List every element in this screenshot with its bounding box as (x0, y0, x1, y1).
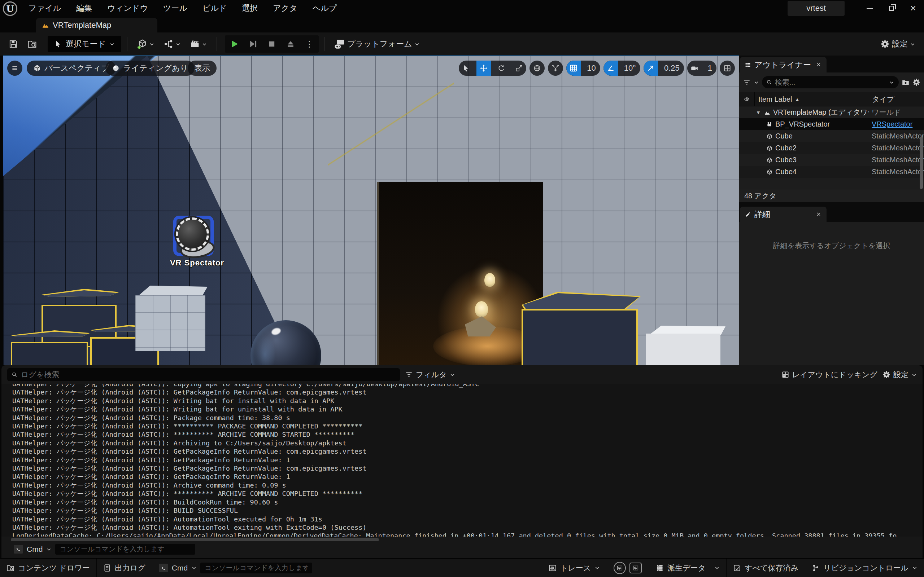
menu-edit[interactable]: 編集 (69, 0, 100, 17)
move-tool-button[interactable] (477, 61, 491, 76)
outliner-row-cube2[interactable]: Cube2 StaticMeshActor (739, 142, 924, 154)
outliner-row-world[interactable]: ▼ VRTemplateMap (エディタワールド) ワールド (739, 106, 924, 118)
settings-label: 設定 (892, 39, 908, 49)
server-icon (656, 564, 664, 572)
editor-mode-select[interactable]: 選択モード (48, 36, 121, 52)
select-tool-button[interactable] (459, 61, 473, 76)
terminal-icon (159, 564, 168, 572)
camera-speed-value[interactable]: 1 (705, 63, 716, 73)
chevron-down-icon[interactable] (889, 80, 894, 85)
outliner-search[interactable] (762, 76, 899, 89)
log-settings-button[interactable]: 設定 (882, 370, 917, 380)
perspective-button[interactable]: パースペクティブ (27, 61, 116, 76)
outliner-scrollbar[interactable] (920, 137, 923, 189)
close-icon[interactable] (816, 210, 822, 219)
cmd-dropdown[interactable]: Cmd (27, 545, 43, 554)
surface-snapping-button[interactable] (548, 61, 563, 76)
menu-help[interactable]: ヘルプ (305, 0, 345, 17)
stop-button[interactable] (262, 35, 281, 53)
gear-icon[interactable] (913, 78, 921, 86)
status-console-command-input[interactable] (200, 562, 312, 574)
selected-cube[interactable] (522, 292, 641, 365)
insights-icon[interactable] (614, 562, 626, 574)
chevron-down-icon[interactable] (754, 80, 759, 85)
content-drawer-button[interactable]: コンテンツ ドロワー (0, 559, 97, 577)
rotation-snap-value[interactable]: 10° (621, 63, 640, 73)
column-type[interactable]: タイプ (869, 92, 924, 106)
log-line: UATHelper: パッケージ化 (Android (ASTC)): ****… (12, 489, 922, 498)
frame-skip-button[interactable] (244, 35, 262, 53)
log-search[interactable] (7, 368, 400, 381)
unreal-logo-icon[interactable]: U (3, 2, 17, 16)
white-cube[interactable] (646, 326, 725, 365)
outliner-row-cube4[interactable]: Cube4 StaticMeshActor (739, 166, 924, 178)
revision-control-button[interactable]: リビジョンコントロール (805, 559, 924, 577)
menu-actor[interactable]: アクタ (265, 0, 305, 17)
sort-caret-icon: ▲ (795, 97, 800, 102)
outliner-row-bp-vrspectator[interactable]: BP_VRSpectator VRSpectator (739, 118, 924, 130)
create-folder-icon[interactable] (901, 78, 909, 86)
outliner-search-input[interactable] (775, 78, 886, 87)
outliner-row-cube[interactable]: Cube StaticMeshActor (739, 130, 924, 142)
tab-vrtemplatemap[interactable]: VRTemplateMap (36, 18, 157, 32)
level-viewport[interactable]: VR Spectator パースペクティブ ライティングあり 表示 (3, 56, 739, 365)
eject-button[interactable] (281, 35, 300, 53)
column-item-label[interactable]: Item Label ▲ (754, 92, 869, 106)
trace-button[interactable]: トレース (542, 559, 606, 577)
chevron-down-icon[interactable] (191, 565, 197, 571)
menu-file[interactable]: ファイル (21, 0, 69, 17)
selected-cube[interactable] (11, 330, 90, 365)
menu-tools[interactable]: ツール (155, 0, 195, 17)
maximize-viewport-button[interactable] (720, 61, 735, 76)
log-text-area[interactable]: UATHelper: パッケージ化 (Android (ASTC)): Copy… (2, 384, 922, 537)
type-link[interactable]: VRSpectator (869, 120, 924, 128)
eye-icon[interactable] (739, 96, 754, 102)
chevron-down-icon[interactable] (46, 547, 52, 552)
scale-snap-value[interactable]: 0.25 (661, 63, 684, 73)
content-browser-button[interactable] (24, 35, 40, 53)
show-flags-button[interactable]: 表示 (188, 61, 216, 76)
close-icon[interactable] (816, 60, 822, 69)
outliner-row-cube3[interactable]: Cube3 StaticMeshActor (739, 154, 924, 166)
scale-snap-toggle[interactable] (643, 61, 658, 76)
grid-snap-value[interactable]: 10 (584, 63, 600, 73)
cinematics-button[interactable] (187, 35, 211, 53)
minimize-button[interactable] (859, 0, 881, 16)
play-options-button[interactable]: ⋮ (300, 35, 319, 53)
platforms-button[interactable]: プラットフォーム (331, 35, 423, 53)
log-horizontal-scrollbar[interactable] (2, 537, 922, 542)
blueprints-button[interactable] (160, 35, 184, 53)
grid-snap-toggle[interactable] (566, 61, 581, 76)
tab-details[interactable]: 詳細 (740, 206, 827, 222)
light-cube[interactable] (135, 285, 208, 351)
menu-window[interactable]: ウィンドウ (100, 0, 155, 17)
vr-spectator-sprite[interactable] (173, 216, 214, 256)
tab-outliner[interactable]: アウトライナー (740, 57, 827, 73)
add-actor-button[interactable] (133, 35, 158, 53)
editor-settings-button[interactable]: 設定 (877, 35, 919, 53)
restore-button[interactable] (881, 0, 902, 16)
menu-build[interactable]: ビルド (195, 0, 234, 17)
log-search-input[interactable] (21, 371, 396, 379)
save-all-button[interactable]: すべて保存済み (727, 559, 805, 577)
menu-select[interactable]: 選択 (234, 0, 265, 17)
expand-caret-icon[interactable]: ▼ (755, 110, 762, 115)
rotation-snap-toggle[interactable] (604, 61, 618, 76)
cmd-dropdown[interactable]: Cmd (172, 564, 188, 572)
log-filter-button[interactable]: フィルタ (405, 370, 455, 380)
world-local-toggle[interactable] (530, 61, 544, 76)
snapshot-icon[interactable] (630, 562, 642, 574)
dock-in-layout-button[interactable]: レイアウトにドッキング (782, 370, 877, 380)
output-log-button[interactable]: 出力ログ (97, 559, 152, 577)
scale-tool-button[interactable] (512, 61, 526, 76)
derived-data-button[interactable]: 派生データ (649, 559, 727, 577)
close-button[interactable]: × (902, 0, 924, 16)
filter-icon[interactable] (743, 78, 751, 86)
camera-speed-button[interactable] (687, 61, 702, 76)
save-button[interactable] (5, 35, 22, 53)
play-button[interactable] (225, 35, 244, 53)
view-mode-button[interactable]: ライティングあり (105, 61, 195, 76)
console-command-input[interactable] (55, 544, 195, 554)
viewport-options-button[interactable] (7, 61, 23, 76)
rotate-tool-button[interactable] (494, 61, 509, 76)
